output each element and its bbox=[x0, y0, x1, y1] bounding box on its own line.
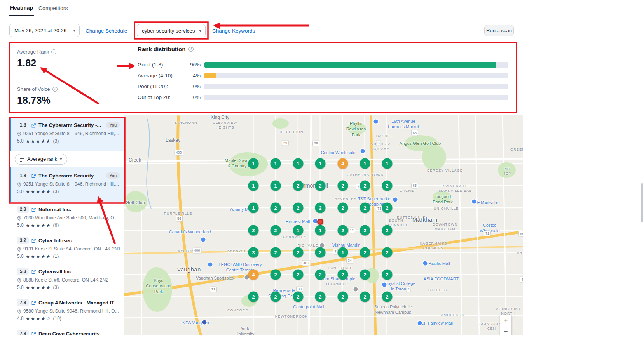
business-name[interactable]: The Cyberarm Security -... bbox=[38, 122, 104, 128]
list-item[interactable]: 2.3Nuformat Inc.7030 Woodbine Ave Suite … bbox=[9, 202, 124, 233]
map-rank-marker[interactable]: 2 bbox=[360, 181, 370, 191]
map-rank-marker[interactable]: 1 bbox=[293, 225, 304, 236]
map-rank-marker[interactable]: 1 bbox=[248, 158, 259, 169]
info-icon[interactable]: i bbox=[188, 47, 194, 52]
review-count: (3) bbox=[53, 285, 59, 290]
map-rank-marker[interactable]: 2 bbox=[360, 292, 370, 302]
external-link-icon[interactable] bbox=[31, 207, 36, 212]
map-rank-marker[interactable]: 2 bbox=[338, 203, 348, 213]
info-icon[interactable]: i bbox=[51, 49, 56, 54]
map-rank-marker[interactable]: 4 bbox=[248, 270, 259, 280]
map-rank-marker[interactable]: 2 bbox=[360, 225, 370, 236]
change-keywords-link[interactable]: Change Keywords bbox=[212, 28, 255, 34]
map-rank-marker[interactable]: 1 bbox=[382, 158, 393, 169]
info-icon[interactable]: i bbox=[52, 87, 58, 92]
date-select[interactable]: May 26, 2024 at 20:26 ▾ bbox=[9, 24, 80, 37]
business-name[interactable]: Deep Cove Cybersecurity bbox=[38, 331, 120, 335]
map-rank-marker[interactable]: 1 bbox=[315, 225, 326, 236]
external-link-icon[interactable] bbox=[31, 300, 36, 305]
external-link-icon[interactable] bbox=[31, 238, 36, 243]
zoom-in-button[interactable]: + bbox=[500, 315, 511, 326]
road-shield: 400 bbox=[192, 248, 201, 254]
tab-heatmap[interactable]: Heatmap bbox=[9, 0, 34, 16]
map-rank-marker[interactable]: 1 bbox=[338, 247, 348, 258]
map-rank-marker[interactable]: 1 bbox=[315, 158, 326, 169]
keyword-select[interactable]: cyber security services ▾ bbox=[137, 24, 206, 37]
list-item-address-row: 9251 Yonge St Suite 8 – 946, Richmond Hi… bbox=[17, 131, 120, 136]
business-name[interactable]: Cyberwall Inc bbox=[38, 269, 120, 275]
list-item-rating-row: 5.0★★★★★(3) bbox=[17, 138, 120, 144]
map-rank-marker[interactable]: 2 bbox=[315, 203, 326, 213]
map-rank-marker[interactable]: 2 bbox=[360, 247, 370, 258]
map-rank-marker[interactable]: 2 bbox=[271, 292, 281, 302]
map-rank-marker[interactable]: 2 bbox=[382, 203, 393, 213]
list-item[interactable]: 7.8Deep Cove Cybersecurity bbox=[9, 326, 124, 335]
business-name[interactable]: Cyber Infosec bbox=[38, 238, 120, 243]
map-poi-icon bbox=[374, 120, 378, 124]
map-rank-marker[interactable]: 2 bbox=[338, 292, 348, 302]
map-rank-marker[interactable]: 1 bbox=[248, 181, 259, 191]
map-rank-marker[interactable]: 2 bbox=[315, 247, 326, 258]
map-rank-marker[interactable]: 1 bbox=[271, 158, 281, 169]
map-rank-marker[interactable]: 2 bbox=[271, 247, 281, 258]
list-item[interactable]: 3.2Cyber Infosec9131 Keele St Suite A4, … bbox=[9, 233, 124, 264]
map-poi-icon bbox=[354, 287, 358, 292]
review-count: (6) bbox=[53, 223, 59, 228]
chevron-down-icon: ▾ bbox=[73, 28, 75, 33]
map-rank-marker[interactable]: 2 bbox=[293, 270, 304, 280]
list-item[interactable]: 5.3Cyberwall Inc8888 Keele St #6, Concor… bbox=[9, 264, 124, 295]
map-rank-marker[interactable]: 2 bbox=[382, 181, 393, 191]
road-shield: 12 bbox=[348, 228, 355, 233]
list-item-address-row: 9131 Keele St Suite A4, Concord, ON L4K … bbox=[17, 246, 120, 252]
map-rank-marker[interactable]: 2 bbox=[271, 270, 281, 280]
sort-dropdown[interactable]: Average rank▾ bbox=[15, 154, 67, 165]
map-rank-marker[interactable]: 2 bbox=[315, 181, 326, 191]
map-rank-marker[interactable]: 2 bbox=[382, 270, 393, 280]
list-item[interactable]: 1.8The Cyberarm Security -...You9251 Yon… bbox=[9, 117, 124, 151]
run-scan-button[interactable]: Run a scan bbox=[484, 25, 514, 36]
external-link-icon[interactable] bbox=[31, 269, 36, 274]
star-rating: ★★★★★ bbox=[26, 223, 51, 228]
list-item[interactable]: 1.8The Cyberarm Security -...You9251 Yon… bbox=[9, 167, 124, 202]
map-rank-marker[interactable]: 2 bbox=[293, 292, 304, 302]
heatmap-page: Heatmap Competitors May 26, 2024 at 20:2… bbox=[0, 0, 644, 353]
map-rank-marker[interactable]: 1 bbox=[248, 203, 259, 213]
map-rank-marker[interactable]: 2 bbox=[315, 292, 326, 302]
external-link-icon[interactable] bbox=[31, 123, 36, 128]
map-rank-marker[interactable]: 2 bbox=[293, 247, 304, 258]
map-rank-marker[interactable]: 2 bbox=[382, 225, 393, 236]
map-rank-marker[interactable]: 4 bbox=[338, 158, 348, 169]
tab-competitors[interactable]: Competitors bbox=[38, 0, 68, 16]
zoom-out-button[interactable]: − bbox=[500, 326, 511, 335]
list-item[interactable]: 7.8Group 4 Networks - Managed IT...9580 … bbox=[9, 295, 124, 326]
map-rank-marker[interactable]: 1 bbox=[360, 158, 370, 169]
change-schedule-link[interactable]: Change Schedule bbox=[86, 28, 127, 34]
map-rank-marker[interactable]: 2 bbox=[271, 225, 281, 236]
dist-row: Good (1-3):96% bbox=[138, 62, 508, 68]
external-link-icon[interactable] bbox=[31, 331, 36, 335]
map-rank-marker[interactable]: 2 bbox=[382, 247, 393, 258]
map-rank-marker[interactable]: 2 bbox=[338, 225, 348, 236]
map-rank-marker[interactable]: 2 bbox=[338, 181, 348, 191]
list-item-address-row: 7030 Woodbine Ave Suite 500, Markham, O.… bbox=[17, 215, 120, 221]
map-canvas[interactable]: + − King CityKINGHORNCLEARVIEW HEIGHTSLa… bbox=[124, 115, 523, 335]
business-name[interactable]: The Cyberarm Security -... bbox=[38, 173, 104, 179]
map-rank-marker[interactable]: 2 bbox=[293, 181, 304, 191]
business-name[interactable]: Nuformat Inc. bbox=[38, 207, 120, 212]
map-rank-marker[interactable]: 2 bbox=[248, 292, 259, 302]
map-rank-marker[interactable]: 2 bbox=[293, 203, 304, 213]
map-rank-marker[interactable]: 2 bbox=[315, 270, 326, 280]
map-rank-marker[interactable]: 2 bbox=[248, 225, 259, 236]
page-scrollbar[interactable] bbox=[641, 183, 643, 222]
map-rank-marker[interactable]: 2 bbox=[338, 270, 348, 280]
business-name[interactable]: Group 4 Networks - Managed IT... bbox=[38, 300, 120, 306]
map-rank-marker[interactable]: 1 bbox=[271, 181, 281, 191]
map-rank-marker[interactable]: 2 bbox=[360, 203, 370, 213]
map-rank-marker[interactable]: 2 bbox=[360, 270, 370, 280]
map-rank-marker[interactable]: 2 bbox=[271, 203, 281, 213]
map-rank-marker[interactable]: 2 bbox=[382, 292, 393, 302]
external-link-icon[interactable] bbox=[31, 173, 36, 178]
map-rank-marker[interactable]: 1 bbox=[293, 158, 304, 169]
map-rank-marker[interactable]: 3 bbox=[248, 247, 259, 258]
location-pin-icon bbox=[17, 247, 21, 252]
